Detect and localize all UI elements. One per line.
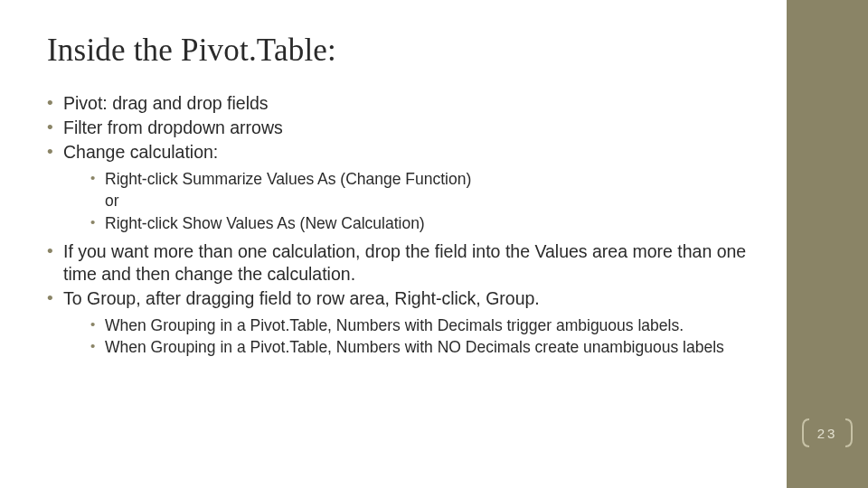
sidebar-accent: 23 (787, 0, 868, 488)
sub-bullet-list: Right-click Summarize Values As (Change … (90, 169, 769, 233)
page-number: 23 (817, 426, 838, 441)
sub-bullet-list: When Grouping in a Pivot.Table, Numbers … (90, 315, 769, 358)
bracket-right-icon (843, 418, 855, 448)
list-item: Change calculation: Right-click Summariz… (47, 141, 769, 233)
list-item: When Grouping in a Pivot.Table, Numbers … (90, 337, 769, 357)
slide-title: Inside the Pivot.Table: (47, 33, 769, 69)
list-item: Pivot: drag and drop fields (47, 92, 769, 115)
list-item: Right-click Summarize Values As (Change … (90, 169, 769, 189)
slide: 23 Inside the Pivot.Table: Pivot: drag a… (0, 0, 868, 488)
content-area: Inside the Pivot.Table: Pivot: drag and … (0, 0, 787, 488)
list-item: Filter from dropdown arrows (47, 117, 769, 139)
list-item-label: To Group, after dragging field to row ar… (63, 288, 540, 308)
page-number-badge: 23 (799, 418, 855, 448)
list-item: If you want more than one calculation, d… (47, 240, 769, 286)
or-text: or (90, 191, 769, 211)
bracket-left-icon (799, 418, 812, 448)
list-item: Right-click Show Values As (New Calculat… (90, 213, 769, 233)
list-item: To Group, after dragging field to row ar… (47, 287, 769, 358)
list-item-label: Change calculation: (63, 142, 218, 162)
bullet-list: Pivot: drag and drop fields Filter from … (47, 92, 769, 358)
list-item: When Grouping in a Pivot.Table, Numbers … (90, 315, 769, 335)
